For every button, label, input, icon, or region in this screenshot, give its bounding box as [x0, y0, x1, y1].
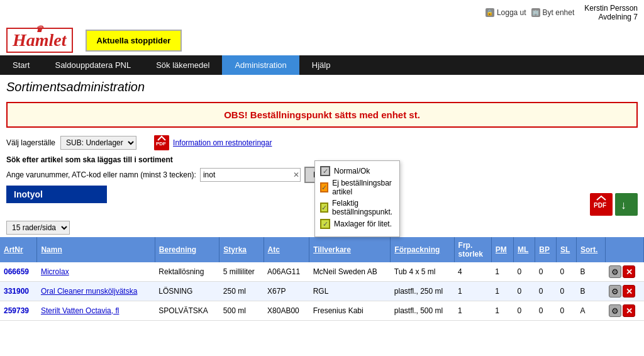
cell-sl: 0 — [556, 301, 576, 321]
user-name: Kerstin Persson — [584, 4, 638, 13]
col-sl: SL — [556, 237, 576, 262]
cell-styrka: 500 ml — [219, 301, 264, 321]
checkbox-normal[interactable]: ✓ — [320, 166, 330, 176]
checkbox-felaktig-row: ✓ Felaktig beställningspunkt. — [320, 199, 394, 216]
cell-styrka: 5 milliliter — [219, 262, 264, 282]
cell-atc: X67P — [264, 282, 309, 301]
nav-start[interactable]: Start — [0, 55, 42, 75]
col-beredning-sort[interactable]: Beredning — [159, 245, 196, 254]
namn-link[interactable]: Microlax — [41, 267, 69, 276]
aktuella-stopptider-button[interactable]: Aktuella stopptider — [86, 30, 182, 52]
svg-text:↓: ↓ — [621, 199, 626, 211]
row-actions: ⚙ ✕ — [609, 285, 640, 298]
col-forpackning-sort[interactable]: Förpackning — [394, 245, 440, 254]
cell-namn: Microlax — [37, 262, 155, 282]
nav-administration[interactable]: Administration — [222, 55, 299, 75]
crown-icon: ♛ — [35, 24, 43, 35]
checkbox-maxlager[interactable]: ✓ — [320, 219, 330, 229]
cell-frp-storlek: 1 — [454, 282, 491, 301]
checkbox-legend: ✓ Normal/Ok ✓ Ej beställningsbar artikel… — [314, 160, 400, 237]
col-styrka-sort[interactable]: Styrka — [223, 245, 247, 254]
search-input[interactable] — [200, 168, 301, 182]
cell-frp-storlek: 1 — [454, 301, 491, 321]
cell-ml: 0 — [513, 301, 535, 321]
autocomplete-item[interactable]: Inotyol — [14, 189, 43, 199]
cell-forpackning: Tub 4 x 5 ml — [391, 262, 454, 282]
checkbox-ej-label: Ej beställningsbar artikel — [332, 179, 394, 196]
table-pdf-button[interactable]: PDF — [590, 193, 613, 216]
table-excel-button[interactable]: ↓ — [615, 193, 638, 216]
col-atc: Atc — [264, 237, 309, 262]
col-artnr: ArtNr — [0, 237, 37, 262]
cell-sl: 0 — [556, 282, 576, 301]
namn-link[interactable]: Sterilt Vatten Octavia, fl — [41, 306, 119, 315]
col-tillverkare-sort[interactable]: Tillverkare — [313, 245, 351, 254]
col-pm-sort[interactable]: PM — [496, 245, 507, 254]
cell-tillverkare: Fresenius Kabi — [309, 301, 391, 321]
cell-artnr: 331900 — [0, 282, 37, 301]
lagerstalle-select[interactable]: SUB: Underlager Annat lager — [60, 136, 136, 150]
cell-sort: B — [577, 262, 606, 282]
delete-button[interactable]: ✕ — [623, 265, 635, 278]
artnr-link[interactable]: 066659 — [4, 267, 29, 276]
cell-forpackning: plastfl., 500 ml — [391, 301, 454, 321]
header: ♛ Hamlet Aktuella stopptider — [0, 25, 644, 55]
cell-atc: A06AG11 — [264, 262, 309, 282]
alert-text: OBS! Beställningspunkt sätts med enhet s… — [224, 109, 420, 120]
pdf-link-container: PDF Information om restnoteringar — [154, 135, 272, 150]
logga-ut-link[interactable]: 🔒 Logga ut — [486, 8, 526, 17]
edit-button[interactable]: ⚙ — [609, 304, 621, 317]
cell-tillverkare: McNeil Sweden AB — [309, 262, 391, 282]
col-forpackning: Förpackning — [391, 237, 454, 262]
col-namn-sort[interactable]: Namn — [41, 245, 62, 254]
artnr-link[interactable]: 331900 — [4, 287, 29, 296]
nav-sok-lakemedel[interactable]: Sök läkemedel — [143, 55, 222, 75]
col-atc-sort[interactable]: Atc — [268, 245, 280, 254]
cell-forpackning: plastfl., 250 ml — [391, 282, 454, 301]
col-tillverkare: Tillverkare — [309, 237, 391, 262]
col-sl-sort[interactable]: SL — [560, 245, 570, 254]
cell-pm: 1 — [491, 301, 513, 321]
cell-beredning: Rektallösning — [155, 262, 219, 282]
col-namn: Namn — [37, 237, 155, 262]
cell-sort: B — [577, 282, 606, 301]
edit-button[interactable]: ⚙ — [609, 285, 621, 298]
restnoteringar-link[interactable]: Information om restnoteringar — [173, 138, 272, 147]
logo: ♛ Hamlet — [6, 28, 73, 53]
col-artnr-sort[interactable]: ArtNr — [4, 245, 23, 254]
checkbox-felaktig[interactable]: ✓ — [320, 203, 328, 213]
nav-hjalp[interactable]: Hjälp — [299, 55, 343, 75]
lagerstalle-label: Välj lagerställe — [6, 138, 55, 147]
col-bp-sort[interactable]: BP — [539, 245, 550, 254]
logga-ut-label: Logga ut — [497, 8, 526, 17]
cell-tillverkare: RGL — [309, 282, 391, 301]
checkbox-maxlager-label: Maxlager för litet. — [334, 220, 392, 228]
delete-button[interactable]: ✕ — [623, 304, 635, 317]
rows-per-page-select[interactable]: 15 rader/sida 25 rader/sida 50 rader/sid… — [6, 221, 70, 235]
table-row: 259739 Sterilt Vatten Octavia, fl SPOLVÄ… — [0, 301, 644, 321]
col-sort: Sort. — [577, 237, 606, 262]
byt-enhet-label: Byt enhet — [543, 8, 575, 17]
col-ml: ML — [513, 237, 535, 262]
svg-text:PDF: PDF — [156, 141, 166, 147]
svg-text:PDF: PDF — [594, 202, 606, 209]
namn-link[interactable]: Oral Cleaner munsköljvätska — [41, 287, 137, 296]
checkbox-ej-bestallningsbar[interactable]: ✓ — [320, 182, 328, 192]
autocomplete-dropdown[interactable]: Inotyol — [6, 186, 107, 203]
cell-bp: 0 — [535, 262, 557, 282]
cell-beredning: SPOLVÄTSKA — [155, 301, 219, 321]
delete-button[interactable]: ✕ — [623, 285, 635, 298]
pdf-icon: PDF — [154, 135, 169, 150]
col-ml-sort[interactable]: ML — [518, 245, 528, 254]
col-sort-sort[interactable]: Sort. — [580, 245, 597, 254]
nav-saldouppdatera[interactable]: Saldouppdatera PNL — [42, 55, 143, 75]
edit-button[interactable]: ⚙ — [609, 265, 621, 278]
lock-icon: 🔒 — [486, 8, 494, 17]
user-info: Kerstin Persson Avdelning 7 — [584, 4, 638, 21]
search-input-label: Ange varunummer, ATC-kod eller namn (min… — [6, 170, 196, 179]
clear-search-button[interactable]: ✕ — [293, 170, 299, 179]
cell-pm: 1 — [491, 262, 513, 282]
artnr-link[interactable]: 259739 — [4, 306, 29, 315]
cell-ml: 0 — [513, 262, 535, 282]
byt-enhet-link[interactable]: 🏢 Byt enhet — [531, 8, 575, 17]
